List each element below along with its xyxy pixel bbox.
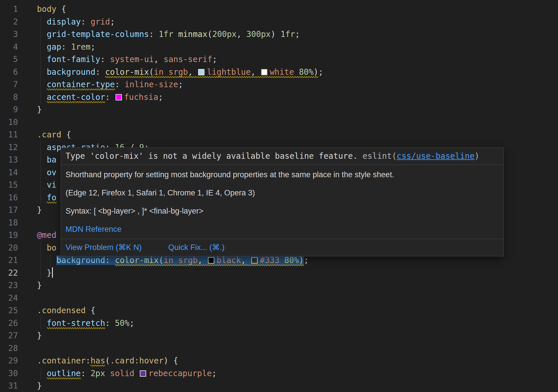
indent-guide: [40, 91, 41, 104]
line-number[interactable]: 20: [0, 242, 18, 254]
line-number[interactable]: 22: [0, 267, 18, 279]
code-token: [37, 180, 47, 190]
code-line[interactable]: 3 grid-template-columns: 1fr minmax(200p…: [0, 28, 558, 41]
line-number[interactable]: 21: [0, 254, 18, 267]
code-token: [37, 193, 47, 202]
code-token: [37, 92, 47, 102]
code-line[interactable]: 29.container:has(.card:hover) {: [0, 354, 558, 367]
code-line[interactable]: 22 }: [0, 267, 558, 279]
code-line[interactable]: 10: [0, 116, 558, 129]
code-token: font-stretch: [47, 318, 105, 328]
eslint-rule-link[interactable]: css/use-baseline: [397, 151, 475, 161]
line-number[interactable]: 27: [0, 329, 18, 342]
warning-squiggle-range: color-mix(in srgb, black, #333 80%): [115, 255, 304, 265]
code-token: [37, 67, 47, 77]
code-line[interactable]: 7 container-type: inline-size;: [0, 78, 558, 91]
line-number[interactable]: 19: [0, 229, 18, 242]
line-number[interactable]: 28: [0, 342, 18, 355]
code-line[interactable]: 24: [0, 292, 558, 305]
code-line[interactable]: 11.card {: [0, 128, 558, 141]
code-token: 1fr: [280, 29, 295, 39]
code-line[interactable]: 5 font-family: system-ui, sans-serif;: [0, 53, 558, 66]
diagnostic-row: Type 'color-mix' is not a widely availab…: [61, 148, 503, 165]
code-token: ;: [178, 80, 183, 89]
code-line[interactable]: 28: [0, 342, 558, 355]
code-token: :: [105, 318, 115, 328]
code-token: 200px: [212, 29, 237, 39]
line-number[interactable]: 24: [0, 292, 18, 305]
quick-fix-button[interactable]: Quick Fix... (⌘.): [168, 243, 225, 252]
color-swatch[interactable]: [198, 69, 204, 75]
code-line[interactable]: 26 font-stretch: 50%;: [0, 317, 558, 330]
line-number[interactable]: 2: [0, 16, 18, 28]
indent-guide: [50, 254, 51, 267]
code-token: background: [47, 67, 96, 77]
color-swatch[interactable]: [140, 370, 146, 377]
code-line[interactable]: 25.condensed {: [0, 304, 558, 317]
docs-browser-support: (Edge 12, Firefox 1, Safari 1, Chrome 1,…: [66, 188, 499, 198]
code-token: :: [105, 255, 115, 265]
code-line[interactable]: 4 gap: 1rem;: [0, 41, 558, 53]
color-swatch[interactable]: [116, 94, 122, 100]
line-number[interactable]: 5: [0, 53, 18, 66]
code-line[interactable]: 23}: [0, 279, 558, 292]
line-number[interactable]: 3: [0, 28, 18, 41]
code-token: in srgb: [163, 255, 198, 265]
line-number[interactable]: 25: [0, 304, 18, 317]
line-number[interactable]: 9: [0, 103, 18, 116]
code-line[interactable]: 6 background: color-mix(in srgb, lightbl…: [0, 66, 558, 79]
code-token: 300px: [246, 29, 271, 39]
line-number[interactable]: 12: [0, 141, 18, 154]
line-number[interactable]: 15: [0, 179, 18, 191]
code-token: :: [81, 369, 91, 378]
mdn-reference-link[interactable]: MDN Reference: [66, 225, 122, 234]
line-number[interactable]: 18: [0, 216, 18, 229]
code-line[interactable]: 2 display: grid;: [0, 16, 558, 28]
code-token: ): [314, 67, 319, 77]
code-token: :: [105, 92, 115, 102]
code-token: :: [95, 67, 105, 77]
color-swatch[interactable]: [208, 257, 214, 264]
line-number[interactable]: 17: [0, 204, 18, 216]
line-number[interactable]: 29: [0, 354, 18, 367]
code-line[interactable]: 31}: [0, 380, 558, 392]
code-token: }: [37, 105, 42, 114]
line-number[interactable]: 23: [0, 279, 18, 292]
code-token: :: [115, 80, 125, 89]
line-number[interactable]: 14: [0, 166, 18, 179]
color-swatch[interactable]: [261, 69, 267, 75]
line-number[interactable]: 31: [0, 380, 18, 392]
code-line[interactable]: 30 outline: 2px solid rebeccapurple;: [0, 367, 558, 380]
code-token: solid: [110, 369, 134, 378]
indent-guide: [40, 254, 41, 267]
code-token: 2px: [90, 369, 105, 378]
line-number[interactable]: 30: [0, 367, 18, 380]
line-number[interactable]: 10: [0, 116, 18, 129]
code-token: .card: [37, 130, 66, 139]
diagnostic-source-suffix: ): [475, 151, 479, 161]
code-line[interactable]: 8 accent-color: fuchsia;: [0, 91, 558, 104]
code-token: ): [163, 356, 173, 365]
view-problem-button[interactable]: View Problem (⌘K N): [66, 243, 142, 252]
code-line[interactable]: 9}: [0, 103, 558, 116]
line-number[interactable]: 6: [0, 66, 18, 79]
code-line[interactable]: 27}: [0, 329, 558, 342]
code-token: [37, 17, 47, 27]
code-token: lightblue: [207, 67, 251, 77]
code-token: background: [56, 255, 105, 265]
line-number[interactable]: 26: [0, 317, 18, 330]
line-number[interactable]: 16: [0, 191, 18, 204]
code-token: ov: [47, 168, 57, 177]
line-number[interactable]: 1: [0, 3, 18, 16]
color-swatch[interactable]: [251, 257, 258, 264]
code-token: [294, 67, 299, 77]
code-line[interactable]: 1body {: [0, 3, 558, 16]
diagnostic-message: Type 'color-mix' is not a widely availab…: [66, 151, 362, 161]
line-number[interactable]: 11: [0, 128, 18, 141]
code-token: ;: [212, 369, 217, 378]
line-number[interactable]: 13: [0, 154, 18, 166]
line-number[interactable]: 7: [0, 78, 18, 91]
code-token: font-family: [47, 55, 100, 64]
line-number[interactable]: 8: [0, 91, 18, 104]
line-number[interactable]: 4: [0, 41, 18, 53]
